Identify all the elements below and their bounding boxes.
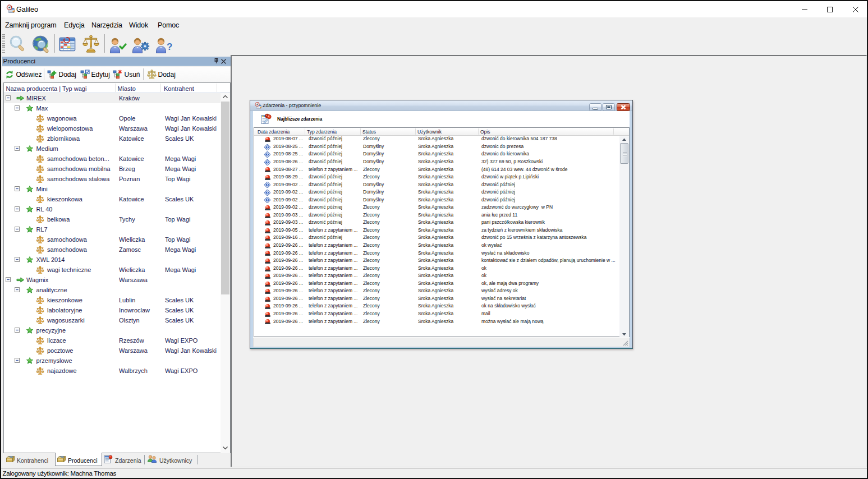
svg-text:?: ? [167, 42, 172, 52]
